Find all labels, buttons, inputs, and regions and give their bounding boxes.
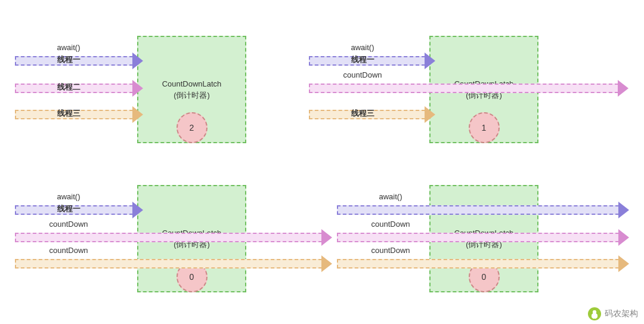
arrow-head-icon [618,80,628,97]
thread-arrow: await()线程一 [309,55,435,67]
watermark-text: 码农架构 [605,308,638,319]
thread-arrow: 线程三 [15,109,143,121]
arrow-head-icon [425,106,435,123]
thread-arrow: await()线程一 [15,204,143,216]
thread-arrow: 线程三 [309,109,435,121]
thread-arrow: await()线程一 [15,55,143,67]
arrow-head-icon [321,255,332,272]
thread-arrow: countDown [337,258,629,270]
thread-arrow: countDown [15,258,332,270]
counter-value: 1 [482,123,487,132]
arrow-top-label: countDown [49,246,88,255]
box-title: CountDownLatch(倒计时器) [162,78,222,101]
thread-arrow: await() [337,204,629,216]
arrow-center-label: 线程二 [57,82,80,92]
arrow-top-label: countDown [371,246,410,255]
arrow-shaft [15,233,322,242]
arrow-shaft [337,233,619,242]
arrow-shaft [337,259,619,269]
counter-circle: 2 [177,112,208,143]
arrow-head-icon [618,229,629,246]
arrow-top-label: await() [57,192,80,201]
arrow-top-label: countDown [49,220,88,229]
box-title-line1: CountDownLatch [162,78,222,90]
counter-circle: 1 [469,112,500,143]
thread-arrow: 线程二 [15,82,143,94]
arrow-head-icon [425,53,435,69]
arrow-head-icon [132,106,143,123]
arrow-top-label: await() [379,192,402,201]
thread-arrow: countDown [15,232,332,243]
arrow-head-icon [132,80,143,97]
watermark: 码农架构 [588,307,638,320]
box-title-line2: (倒计时器) [162,90,222,101]
arrow-shaft [337,205,619,215]
thread-arrow: countDown [337,232,629,243]
counter-value: 2 [190,123,194,132]
wechat-icon [588,307,601,320]
arrow-top-label: await() [57,43,80,52]
counter-value: 0 [482,272,487,282]
arrow-center-label: 线程一 [57,54,80,65]
arrow-head-icon [618,202,629,218]
thread-arrow: countDown [309,82,628,94]
arrow-head-icon [132,202,143,218]
arrow-center-label: 线程三 [351,108,374,119]
arrow-top-label: countDown [371,220,410,229]
arrow-center-label: 线程一 [351,54,374,65]
arrow-center-label: 线程一 [57,203,80,214]
arrow-top-label: countDown [343,70,382,79]
arrow-top-label: await() [351,43,374,52]
counter-value: 0 [190,272,194,282]
arrow-head-icon [618,255,629,272]
countdownlatch-box: CountDownLatch(倒计时器)2 [137,36,246,143]
arrow-head-icon [321,229,332,246]
arrow-head-icon [132,53,143,69]
arrow-center-label: 线程三 [57,108,80,119]
arrow-shaft [15,259,322,269]
arrow-shaft [309,84,618,93]
